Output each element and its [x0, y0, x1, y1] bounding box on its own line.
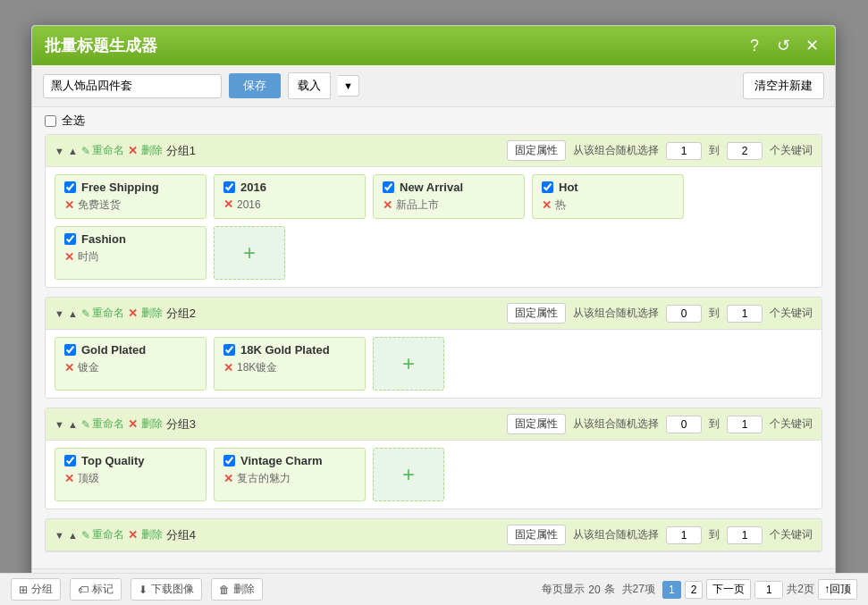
group4-from-input[interactable]: [666, 526, 702, 544]
kw-x-2016[interactable]: ✕: [223, 197, 233, 211]
delete-icon: 🗑: [219, 584, 230, 596]
kw-cn-fashion: ✕ 时尚: [64, 249, 197, 265]
group3-collapse-icon[interactable]: ▼: [55, 419, 64, 430]
kw-checkbox-hot[interactable]: [542, 181, 553, 193]
kw-x-fashion[interactable]: ✕: [64, 250, 74, 264]
kw-card-fashion: Fashion ✕ 时尚: [55, 226, 206, 280]
group4-unit: 个关键词: [770, 527, 813, 542]
group2-from-input[interactable]: [666, 305, 702, 323]
group-section-2: ▼ ▲ ✎ 重命名 ✕ 删除 分组2 固定属性 从该组合随机选择: [45, 297, 822, 399]
group1-to-input[interactable]: [727, 142, 763, 160]
group3-delete-action[interactable]: 删除: [141, 416, 163, 432]
group-header-2: ▼ ▲ ✎ 重命名 ✕ 删除 分组2 固定属性 从该组合随机选择: [46, 298, 822, 330]
group3-from-input[interactable]: [666, 416, 702, 433]
kw-en-18k-gold-plated: 18K Gold Plated: [240, 343, 330, 357]
title-input[interactable]: [43, 74, 222, 98]
group2-body: Gold Plated ✕ 镀金 18K Gold Plated ✕: [46, 330, 822, 398]
clear-button[interactable]: 清空并新建: [743, 72, 824, 99]
kw-checkbox-18k-gold-plated[interactable]: [223, 344, 235, 356]
select-all-checkbox[interactable]: [45, 115, 56, 127]
modal-body: ▼ ▲ ✎ 重命名 ✕ 删除 分组1 固定属性 从该组合随机选择: [32, 134, 835, 568]
page-2-btn[interactable]: 2: [685, 581, 704, 599]
group1-rename-action[interactable]: ✎ 重命名: [81, 143, 124, 158]
kw-checkbox-new-arrival[interactable]: [383, 181, 394, 193]
kw-checkbox-top-quality[interactable]: [64, 455, 76, 466]
group2-delete-x[interactable]: ✕: [128, 307, 138, 320]
kw-x-18k-gold-plated[interactable]: ✕: [223, 361, 233, 374]
load-button[interactable]: 载入: [288, 72, 331, 99]
group2-up-icon[interactable]: ▲: [68, 308, 78, 319]
group3-rename-action[interactable]: ✎ 重命名: [81, 416, 124, 432]
group1-fixed-btn[interactable]: 固定属性: [507, 140, 566, 161]
kw-card-free-shipping: Free Shipping ✕ 免费送货: [55, 174, 206, 219]
close-icon[interactable]: ✕: [801, 35, 822, 56]
group3-body: Top Quality ✕ 顶级 Vintage Charm ✕ 复: [46, 441, 822, 508]
page-1-btn[interactable]: 1: [662, 581, 681, 599]
help-icon[interactable]: ?: [744, 35, 765, 56]
group2-delete-action[interactable]: 删除: [141, 306, 163, 321]
per-page-val: 20: [588, 584, 600, 596]
kw-x-gold-plated[interactable]: ✕: [64, 361, 74, 374]
total-label: 共27项: [622, 582, 655, 597]
group1-collapse-icon[interactable]: ▼: [55, 146, 64, 156]
tag-btn[interactable]: 🏷 标记: [70, 578, 122, 601]
group-header-left-2: ▼ ▲ ✎ 重命名 ✕ 删除 分组2: [55, 306, 501, 322]
save-button[interactable]: 保存: [229, 73, 281, 98]
kw-checkbox-gold-plated[interactable]: [64, 344, 76, 356]
edit-icon: ✎: [81, 145, 90, 157]
group3-to-input[interactable]: [727, 416, 763, 433]
group2-fixed-btn[interactable]: 固定属性: [507, 303, 566, 324]
group4-fixed-btn[interactable]: 固定属性: [507, 525, 566, 545]
group4-to-input[interactable]: [727, 526, 763, 544]
kw-card-top: 2016: [223, 181, 356, 194]
group4-collapse-icon[interactable]: ▼: [55, 530, 64, 541]
group-btn[interactable]: ⊞ 分组: [11, 578, 61, 601]
kw-cn-2016: ✕ 2016: [223, 197, 356, 211]
kw-en-2016: 2016: [240, 181, 266, 194]
kw-x-free-shipping[interactable]: ✕: [64, 198, 74, 212]
group1-delete-action[interactable]: 删除: [141, 143, 163, 158]
group4-delete-action[interactable]: 删除: [141, 527, 163, 542]
group2-to-input[interactable]: [727, 305, 763, 323]
kw-x-vintage-charm[interactable]: ✕: [223, 472, 233, 485]
group1-delete-x[interactable]: ✕: [128, 144, 138, 157]
kw-checkbox-fashion[interactable]: [64, 233, 76, 245]
kw-checkbox-2016[interactable]: [223, 181, 235, 193]
kw-cn-top-quality: ✕ 顶级: [64, 471, 197, 486]
kw-checkbox-vintage-charm[interactable]: [223, 455, 235, 466]
kw-en-gold-plated: Gold Plated: [81, 343, 146, 357]
kw-card-top: Fashion: [64, 232, 197, 246]
kw-x-new-arrival[interactable]: ✕: [383, 198, 392, 212]
group1-up-icon[interactable]: ▲: [68, 146, 78, 156]
modal-batch-title: 批量标题生成器 ? ↺ ✕ 保存 载入 ▼ 清空并新建 全选 ▼ ▲ ✎: [31, 25, 836, 605]
kw-en-top-quality: Top Quality: [81, 454, 145, 467]
group3-delete-x[interactable]: ✕: [128, 417, 138, 431]
group2-rename-action[interactable]: ✎ 重命名: [81, 306, 124, 321]
kw-cn-vintage-charm: ✕ 复古的魅力: [223, 471, 356, 486]
group2-add-keyword[interactable]: +: [373, 337, 444, 391]
group2-collapse-icon[interactable]: ▼: [55, 308, 64, 319]
download-label: 下载图像: [151, 582, 194, 597]
delete-btn[interactable]: 🗑 删除: [211, 578, 263, 601]
group4-rename-action[interactable]: ✎ 重命名: [81, 527, 124, 542]
page-jump-input[interactable]: [754, 581, 783, 599]
group1-add-keyword[interactable]: +: [214, 226, 285, 280]
kw-x-hot[interactable]: ✕: [542, 198, 552, 212]
kw-x-top-quality[interactable]: ✕: [64, 472, 74, 485]
kw-card-vintage-charm: Vintage Charm ✕ 复古的魅力: [214, 448, 366, 501]
back-top-btn[interactable]: ↑回顶: [818, 579, 857, 600]
group-header-4: ▼ ▲ ✎ 重命名 ✕ 删除 分组4 固定属性 从该组合随机选择: [46, 519, 822, 551]
refresh-icon[interactable]: ↺: [772, 35, 794, 56]
next-page-btn[interactable]: 下一页: [706, 579, 751, 600]
group3-fixed-btn[interactable]: 固定属性: [507, 414, 566, 434]
load-arrow-button[interactable]: ▼: [338, 75, 359, 97]
select-all-row: 全选: [32, 107, 835, 134]
group3-add-keyword[interactable]: +: [373, 448, 444, 501]
group3-up-icon[interactable]: ▲: [68, 419, 78, 430]
group4-delete-x[interactable]: ✕: [128, 528, 138, 542]
download-btn[interactable]: ⬇ 下载图像: [131, 578, 202, 601]
kw-card-18k-gold-plated: 18K Gold Plated ✕ 18K镀金: [214, 337, 366, 391]
group1-from-input[interactable]: [666, 142, 702, 160]
group4-up-icon[interactable]: ▲: [68, 530, 78, 541]
kw-checkbox-free-shipping[interactable]: [64, 181, 76, 193]
